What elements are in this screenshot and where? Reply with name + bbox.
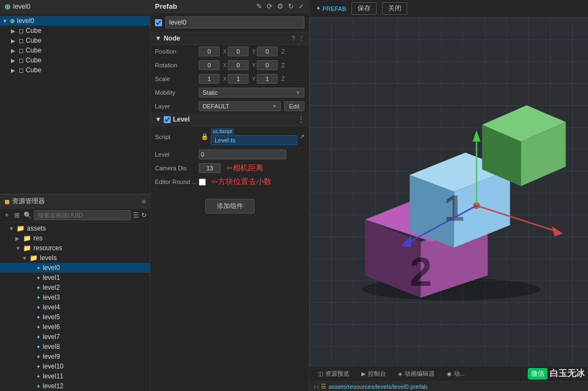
tab-console[interactable]: ▶ 控制台: [356, 368, 391, 380]
left-panel: ⊕ level0 ▼ ⊕ level0 ▶ ◻ Cube ▶ ◻ Cube ▶: [0, 0, 151, 391]
rotation-x-field[interactable]: [199, 60, 220, 70]
component-more-icon[interactable]: ⋮: [298, 116, 304, 123]
tree-item-cube-4[interactable]: ▶ ◻ Cube: [0, 55, 150, 65]
asset-item-level7[interactable]: ✦ level7: [0, 332, 150, 342]
mobility-row: Mobility Static ▼: [151, 86, 309, 100]
asset-manager: ◼ 资源管理器 ≡ + ⊞ 🔍 ☰ ↻ ▼: [0, 194, 150, 391]
asset-tree: ▼ 📁 assets ▶ 📁 res ▼ 📁 resources: [0, 222, 150, 391]
asset-item-level6[interactable]: ✦ level6: [0, 322, 150, 332]
position-values: X Y Z: [199, 47, 304, 56]
node-active-checkbox[interactable]: [155, 19, 162, 26]
z-label: Z: [278, 49, 285, 55]
hierarchy-tree: ▼ ⊕ level0 ▶ ◻ Cube ▶ ◻ Cube ▶ ◻ Cube ▶: [0, 14, 150, 194]
viewport-canvas[interactable]: 2 1: [309, 18, 588, 366]
tree-item-cube-5[interactable]: ▶ ◻ Cube: [0, 65, 150, 75]
tree-item-level0[interactable]: ▼ ⊕ level0: [0, 16, 150, 26]
level-prop-label: Level: [155, 151, 199, 158]
asset-item-res[interactable]: ▶ 📁 res: [0, 233, 150, 243]
add-component-button[interactable]: 添加组件: [205, 199, 255, 214]
rotation-values: X Y Z: [199, 60, 304, 70]
asset-item-level0[interactable]: ✦ level0: [0, 263, 150, 273]
menu-icon[interactable]: ≡: [142, 198, 146, 205]
level-value-row: Level: [151, 148, 309, 162]
mobility-value: Static: [203, 89, 218, 96]
collapse-arrow: ▼: [155, 34, 162, 42]
expand-script-icon[interactable]: ↗: [299, 133, 304, 140]
level-value-field[interactable]: [199, 150, 286, 159]
asset-item-level12[interactable]: ✦ level12: [0, 381, 150, 391]
redo-icon[interactable]: ↻: [288, 2, 294, 10]
asset-item-level3[interactable]: ✦ level3: [0, 292, 150, 302]
position-x-field[interactable]: [199, 47, 220, 56]
node-section-title: Node: [164, 34, 180, 42]
help-icon[interactable]: ?: [292, 35, 295, 42]
editor-round-values: ⇦方块位置去小数: [199, 177, 304, 187]
more-icon[interactable]: ⋮: [298, 35, 304, 42]
asset-item-level9[interactable]: ✦ level9: [0, 352, 150, 361]
tab-other[interactable]: ◉ 动...: [441, 368, 470, 380]
camera-dis-field[interactable]: [199, 163, 221, 173]
close-button[interactable]: 关闭: [382, 2, 407, 15]
rotation-y-field[interactable]: [228, 60, 249, 70]
add-asset-button[interactable]: +: [3, 211, 10, 220]
position-y-input: Y: [228, 47, 256, 56]
prefab-icon: ✦: [36, 324, 41, 330]
save-button[interactable]: 保存: [351, 2, 377, 15]
mobility-dropdown[interactable]: Static ▼: [199, 88, 304, 97]
refresh-icon[interactable]: ⟳: [267, 2, 273, 10]
breadcrumb-forward[interactable]: ›: [317, 383, 319, 390]
check-icon[interactable]: ✓: [298, 2, 304, 10]
rotation-z-field[interactable]: [257, 60, 278, 70]
watermark-text: 白玉无冰: [550, 368, 585, 380]
asset-label: level11: [43, 372, 64, 380]
script-value[interactable]: Level.ts: [211, 135, 297, 145]
tab-asset-preview[interactable]: ◫ 资源预览: [313, 368, 355, 380]
tree-item-cube-2[interactable]: ▶ ◻ Cube: [0, 36, 150, 45]
breadcrumb-back[interactable]: ‹: [314, 383, 316, 390]
asset-item-level5[interactable]: ✦ level5: [0, 312, 150, 322]
edit-icon[interactable]: ✎: [256, 2, 262, 10]
inspector-body: ▼ Node ? ⋮ Position X: [151, 13, 309, 391]
asset-item-assets[interactable]: ▼ 📁 assets: [0, 223, 150, 233]
rotation-row: Rotation X Y Z: [151, 59, 309, 72]
asset-label: level10: [43, 363, 64, 370]
settings-icon[interactable]: ⚙: [277, 2, 284, 10]
tree-item-cube-1[interactable]: ▶ ◻ Cube: [0, 26, 150, 36]
asset-item-level11[interactable]: ✦ level11: [0, 371, 150, 381]
tree-item-cube-3[interactable]: ▶ ◻ Cube: [0, 45, 150, 55]
position-z-input: Z: [257, 47, 285, 56]
node-name-input[interactable]: [165, 16, 304, 28]
cube-icon: ◻: [19, 37, 24, 44]
asset-item-level4[interactable]: ✦ level4: [0, 302, 150, 312]
editor-round-checkbox[interactable]: [199, 179, 206, 186]
node-section-header[interactable]: ▼ Node ? ⋮: [151, 32, 309, 45]
asset-label: level4: [43, 303, 60, 311]
prefab-icon: ✦: [36, 344, 41, 350]
tab-label: 控制台: [368, 370, 386, 378]
position-z-field[interactable]: [257, 47, 278, 56]
position-y-field[interactable]: [228, 47, 249, 56]
scale-y-field[interactable]: [228, 74, 249, 84]
asset-item-level8[interactable]: ✦ level8: [0, 342, 150, 352]
asset-search-input[interactable]: [34, 210, 131, 220]
layer-edit-button[interactable]: Edit: [284, 101, 304, 111]
asset-item-levels[interactable]: ▼ 📁 levels: [0, 253, 150, 263]
asset-item-resources[interactable]: ▼ 📁 resources: [0, 243, 150, 253]
asset-header-icons: ≡: [142, 198, 146, 205]
expand-all-button[interactable]: ⊞: [13, 211, 21, 220]
list-view-icon[interactable]: ☰: [133, 211, 139, 219]
prefab-icon: ✦: [36, 265, 41, 271]
asset-item-level1[interactable]: ✦ level1: [0, 273, 150, 283]
refresh-icon[interactable]: ↻: [141, 211, 147, 219]
scale-z-field[interactable]: [257, 74, 278, 84]
cube-number-1: 1: [444, 188, 464, 228]
asset-item-level2[interactable]: ✦ level2: [0, 283, 150, 292]
chevron-down-icon: ▼: [296, 90, 301, 95]
level-active-checkbox[interactable]: [164, 116, 171, 123]
folder-icon: ◼: [4, 198, 10, 205]
tab-animation[interactable]: ◈ 动画编辑器: [393, 368, 440, 380]
layer-dropdown[interactable]: DEFAULT ▼: [199, 101, 281, 111]
scale-x-field[interactable]: [199, 74, 220, 84]
hierarchy-title: level0: [13, 3, 30, 10]
asset-item-level10[interactable]: ✦ level10: [0, 361, 150, 371]
